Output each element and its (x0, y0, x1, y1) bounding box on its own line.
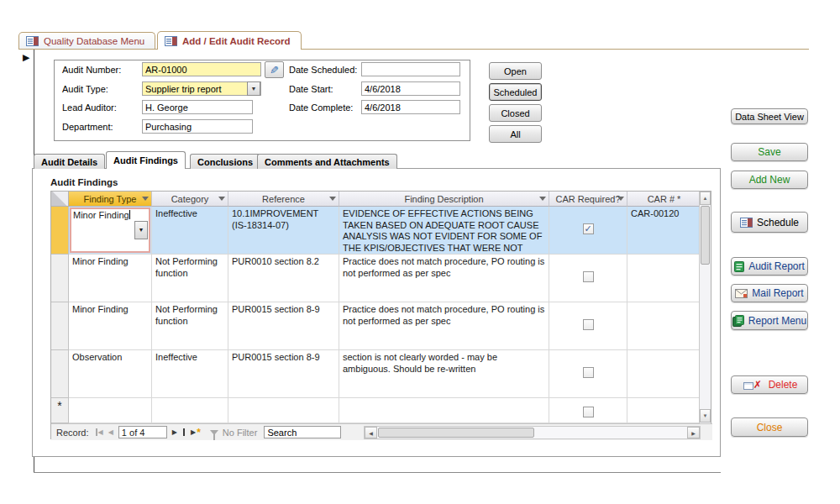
audit-type-dropdown-button[interactable]: ▼ (247, 81, 260, 96)
table-row: Observation Ineffective PUR0015 section … (51, 350, 701, 398)
cell-finding-type[interactable]: Minor Finding ▼ (69, 207, 152, 255)
select-all-corner[interactable] (51, 192, 69, 207)
cell-finding-description[interactable]: section is not clearly worded - may be a… (339, 350, 549, 398)
cell-reference[interactable] (228, 398, 339, 423)
last-record-button[interactable] (180, 428, 188, 436)
open-filter-button[interactable]: Open (489, 62, 542, 80)
form-icon (165, 36, 177, 46)
cell-category[interactable] (152, 398, 228, 423)
column-header-car-required[interactable]: CAR Required? (549, 192, 627, 207)
cell-car-number[interactable] (627, 398, 701, 423)
next-record-button[interactable]: ▶ (170, 428, 180, 436)
all-filter-button[interactable]: All (489, 125, 542, 143)
record-nav-label: Record: (56, 428, 89, 438)
closed-filter-button[interactable]: Closed (489, 104, 542, 122)
cell-reference[interactable]: 10.1IMPROVEMENT (IS-18314-07) (228, 207, 339, 255)
scroll-right-button[interactable]: ▶ (687, 427, 700, 438)
car-required-checkbox[interactable] (583, 319, 594, 330)
cell-category[interactable]: Ineffective (152, 207, 228, 255)
chevron-down-icon[interactable] (218, 197, 225, 201)
scheduled-filter-button[interactable]: Scheduled (489, 83, 542, 101)
cell-reference[interactable]: PUR0015 section 8-9 (228, 302, 339, 350)
vertical-scrollbar[interactable]: ▲ ▼ (699, 192, 711, 423)
cell-category[interactable]: Not Performing function (152, 302, 228, 350)
chevron-down-icon[interactable] (617, 197, 624, 201)
schedule-button[interactable]: Schedule (731, 212, 808, 233)
cell-finding-type[interactable] (69, 398, 152, 423)
tab-audit-details[interactable]: Audit Details (34, 154, 105, 169)
column-header-car-number[interactable]: CAR # * (627, 192, 701, 207)
cell-finding-description[interactable] (339, 398, 549, 423)
finding-type-dropdown-button[interactable]: ▼ (134, 221, 148, 239)
previous-record-button[interactable]: ◀ (106, 428, 116, 436)
cell-reference[interactable]: PUR0010 section 8.2 (228, 255, 339, 302)
chevron-down-icon[interactable] (142, 197, 149, 201)
chevron-down-icon[interactable] (329, 197, 336, 201)
car-required-checkbox[interactable]: ✓ (583, 223, 594, 234)
scroll-up-button[interactable]: ▲ (700, 192, 711, 205)
row-selector[interactable] (51, 255, 69, 302)
cell-finding-description[interactable]: EVIDENCE OF EFFECTIVE ACTIONS BEING TAKE… (339, 207, 549, 255)
section-title: Audit Findings (50, 177, 118, 187)
cell-category[interactable]: Ineffective (152, 350, 228, 398)
audit-report-button[interactable]: Audit Report (731, 257, 808, 276)
lead-auditor-field[interactable] (142, 100, 253, 114)
tab-audit-findings[interactable]: Audit Findings (106, 151, 186, 169)
report-menu-button[interactable]: Report Menu (731, 311, 808, 330)
row-selector[interactable] (51, 302, 69, 350)
mail-report-button[interactable]: Mail Report (731, 284, 808, 302)
cell-category[interactable]: Not Performing function (152, 255, 228, 302)
column-header-reference[interactable]: Reference (228, 192, 339, 207)
cell-finding-type[interactable]: Minor Finding (69, 255, 152, 302)
date-complete-field[interactable] (361, 100, 460, 114)
edit-audit-number-button[interactable]: ✎ (265, 61, 284, 78)
audit-number-field[interactable] (142, 62, 261, 76)
cell-car-number[interactable]: CAR-00120 (627, 207, 701, 255)
horizontal-scrollbar-thumb[interactable] (378, 428, 534, 438)
cell-car-number[interactable] (627, 350, 701, 398)
tab-label: Quality Database Menu (44, 36, 144, 46)
department-field[interactable] (142, 119, 253, 134)
delete-button[interactable]: ✗ Delete (731, 375, 808, 394)
add-new-button[interactable]: Add New (731, 171, 808, 189)
tab-add-edit-audit-record[interactable]: Add / Edit Audit Record (157, 31, 302, 50)
finding-type-editor[interactable]: Minor Finding ▼ (70, 207, 150, 253)
vertical-scrollbar-thumb[interactable] (701, 206, 710, 265)
first-record-button[interactable]: ◀ (92, 428, 106, 436)
cell-finding-description[interactable]: Practice does not match procedure, PO ro… (339, 255, 549, 302)
row-selector[interactable] (51, 207, 69, 255)
date-start-field[interactable] (361, 81, 460, 96)
close-button[interactable]: Close (731, 417, 808, 437)
report-icon (734, 261, 744, 272)
new-record-indicator[interactable]: * (51, 398, 69, 423)
filter-icon (210, 430, 218, 435)
scroll-left-button[interactable]: ◀ (365, 427, 377, 438)
cell-finding-type[interactable]: Observation (69, 350, 152, 398)
tab-conclusions[interactable]: Conclusions (190, 154, 260, 169)
column-header-finding-description[interactable]: Finding Description (339, 192, 549, 207)
data-sheet-view-button[interactable]: Data Sheet View (731, 108, 808, 124)
search-input[interactable] (264, 426, 341, 438)
cell-reference[interactable]: PUR0015 section 8-9 (228, 350, 339, 398)
cell-car-number[interactable] (627, 255, 701, 302)
cell-car-number[interactable] (627, 302, 701, 350)
record-position-box[interactable]: 1 of 4 (118, 426, 167, 438)
column-header-category[interactable]: Category (152, 192, 228, 207)
car-required-checkbox[interactable] (583, 367, 594, 378)
tab-quality-database-menu[interactable]: Quality Database Menu (18, 32, 155, 50)
car-required-checkbox[interactable] (583, 407, 594, 417)
tab-comments-attachments[interactable]: Comments and Attachments (257, 154, 397, 169)
horizontal-scrollbar[interactable]: ◀ ▶ (364, 426, 701, 439)
new-record-button[interactable]: ▶* (188, 427, 203, 438)
save-button[interactable]: Save (731, 143, 808, 161)
audit-type-field[interactable] (142, 81, 261, 96)
column-header-finding-type[interactable]: Finding Type (69, 192, 152, 207)
chevron-down-icon[interactable] (539, 197, 546, 201)
date-scheduled-field[interactable] (361, 62, 460, 76)
filter-status[interactable]: No Filter (223, 428, 258, 438)
car-required-checkbox[interactable] (583, 271, 594, 282)
scroll-down-button[interactable]: ▼ (700, 409, 711, 423)
cell-finding-type[interactable]: Minor Finding (69, 302, 152, 350)
row-selector[interactable] (51, 350, 69, 398)
cell-finding-description[interactable]: Practice does not match procedure, PO ro… (339, 302, 549, 350)
